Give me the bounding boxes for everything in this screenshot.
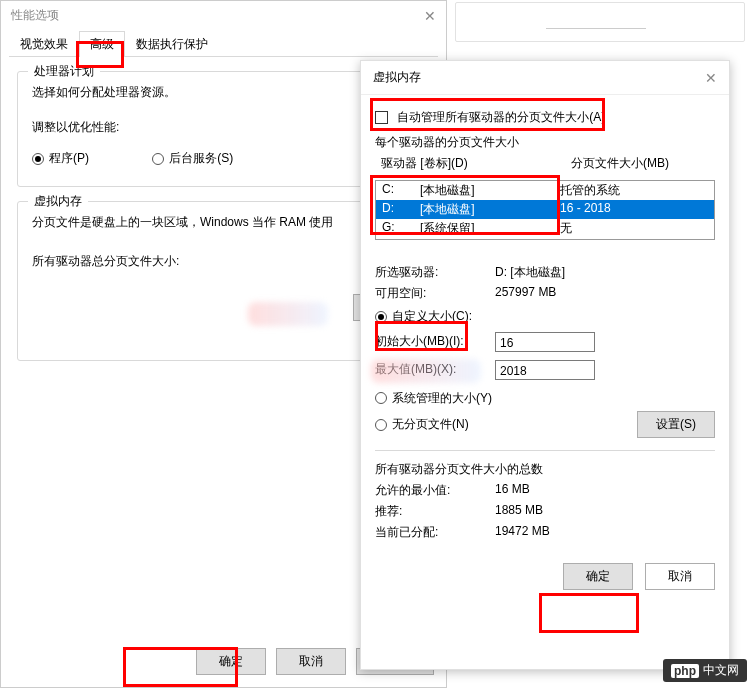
- ok-button[interactable]: 确定: [563, 563, 633, 590]
- logo-prefix: php: [671, 664, 699, 678]
- min-label: 允许的最小值:: [375, 482, 495, 499]
- radio-icon: [375, 311, 387, 323]
- auto-manage-label: 自动管理所有驱动器的分页文件大小(A): [397, 110, 605, 124]
- window-title: 虚拟内存: [373, 69, 421, 86]
- column-drive: 驱动器 [卷标](D): [375, 153, 565, 174]
- group-legend: 处理器计划: [28, 63, 100, 80]
- free-space-label: 可用空间:: [375, 285, 495, 302]
- dropdown-fragment: [546, 11, 646, 29]
- tab-strip: 视觉效果 高级 数据执行保护: [9, 30, 438, 57]
- drive-row-c[interactable]: C: [本地磁盘] 托管的系统: [376, 181, 714, 200]
- radio-label: 后台服务(S): [169, 150, 233, 167]
- background-window-fragment: [455, 2, 745, 42]
- cancel-button[interactable]: 取消: [276, 648, 346, 675]
- php-cn-logo: php 中文网: [663, 659, 747, 682]
- processor-desc: 选择如何分配处理器资源。: [32, 84, 415, 101]
- drive-list[interactable]: C: [本地磁盘] 托管的系统 D: [本地磁盘] 16 - 2018 G: […: [375, 180, 715, 240]
- titlebar: 性能选项 ✕: [1, 1, 446, 30]
- rec-value: 1885 MB: [495, 503, 715, 520]
- radio-label: 无分页文件(N): [392, 416, 469, 433]
- radio-label: 自定义大小(C):: [392, 308, 472, 325]
- logo-text: 中文网: [703, 662, 739, 679]
- ok-button[interactable]: 确定: [196, 648, 266, 675]
- tab-advanced[interactable]: 高级: [79, 31, 125, 57]
- close-icon[interactable]: ✕: [705, 70, 717, 86]
- drive-row-d[interactable]: D: [本地磁盘] 16 - 2018: [376, 200, 714, 219]
- set-button[interactable]: 设置(S): [637, 411, 715, 438]
- radio-icon: [375, 419, 387, 431]
- auto-manage-row[interactable]: 自动管理所有驱动器的分页文件大小(A): [375, 109, 715, 126]
- watermark-blur: [371, 359, 481, 383]
- drive-row-g[interactable]: G: [系统保留] 无: [376, 219, 714, 238]
- virtual-memory-window: 虚拟内存 ✕ 自动管理所有驱动器的分页文件大小(A) 每个驱动器的分页文件大小 …: [360, 60, 730, 670]
- rec-label: 推荐:: [375, 503, 495, 520]
- vm-desc: 分页文件是硬盘上的一块区域，Windows 当作 RAM 使用: [32, 214, 415, 231]
- tab-dep[interactable]: 数据执行保护: [125, 31, 219, 57]
- adjust-label: 调整以优化性能:: [32, 119, 415, 136]
- cancel-button[interactable]: 取消: [645, 563, 715, 590]
- radio-label: 程序(P): [49, 150, 89, 167]
- radio-icon: [32, 153, 44, 165]
- radio-programs[interactable]: 程序(P): [32, 150, 89, 167]
- selected-drive-value: D: [本地磁盘]: [495, 264, 715, 281]
- radio-no-paging[interactable]: 无分页文件(N): [375, 416, 469, 433]
- window-title: 性能选项: [11, 7, 59, 24]
- radio-system-managed[interactable]: 系统管理的大小(Y): [375, 390, 492, 407]
- min-value: 16 MB: [495, 482, 715, 499]
- radio-icon: [152, 153, 164, 165]
- radio-label: 系统管理的大小(Y): [392, 390, 492, 407]
- cur-label: 当前已分配:: [375, 524, 495, 541]
- selected-drive-label: 所选驱动器:: [375, 264, 495, 281]
- vm-total-label: 所有驱动器总分页文件大小:: [32, 253, 179, 270]
- titlebar: 虚拟内存 ✕: [361, 61, 729, 95]
- tab-visual-effects[interactable]: 视觉效果: [9, 31, 79, 57]
- radio-background-services[interactable]: 后台服务(S): [152, 150, 233, 167]
- radio-custom-size[interactable]: 自定义大小(C):: [375, 308, 472, 325]
- checkbox-icon: [375, 111, 388, 124]
- cur-value: 19472 MB: [495, 524, 715, 541]
- max-size-input[interactable]: 2018: [495, 360, 595, 380]
- radio-icon: [375, 392, 387, 404]
- column-size: 分页文件大小(MB): [565, 153, 715, 174]
- close-icon[interactable]: ✕: [424, 8, 436, 24]
- drive-section-label: 每个驱动器的分页文件大小: [375, 134, 715, 151]
- watermark-blur: [248, 302, 328, 326]
- initial-size-input[interactable]: 16: [495, 332, 595, 352]
- group-legend: 虚拟内存: [28, 193, 88, 210]
- free-space-value: 257997 MB: [495, 285, 715, 302]
- initial-size-label: 初始大小(MB)(I):: [375, 333, 495, 350]
- totals-legend: 所有驱动器分页文件大小的总数: [375, 461, 715, 478]
